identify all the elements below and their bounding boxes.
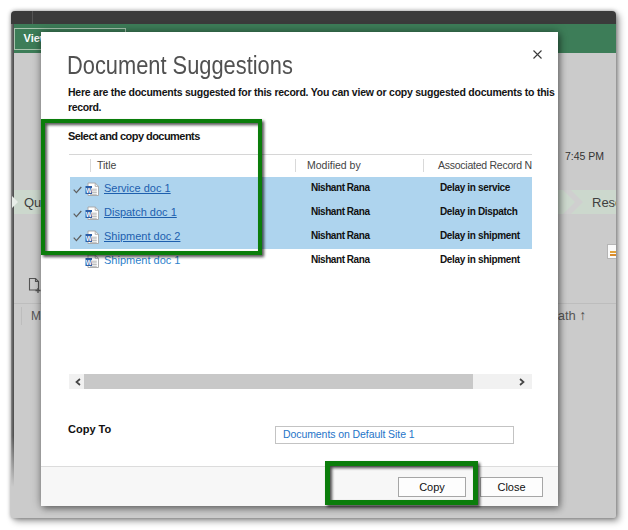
svg-text:W: W <box>86 259 93 266</box>
